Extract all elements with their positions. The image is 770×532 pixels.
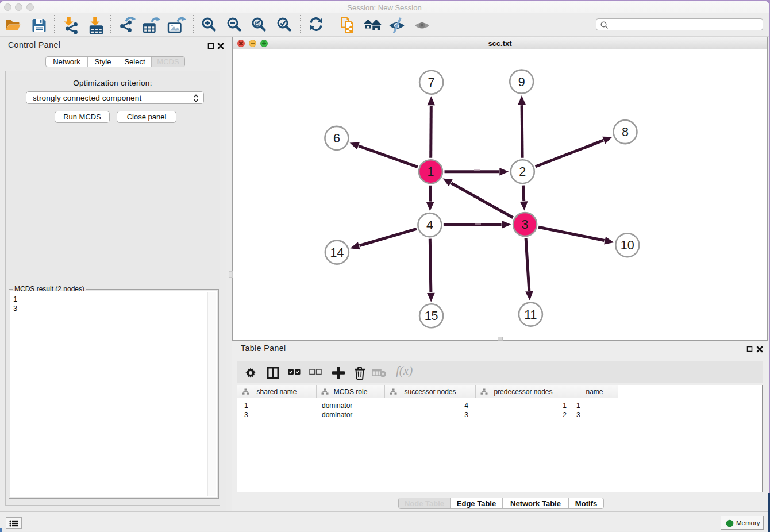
svg-text:8: 8 [622,125,629,139]
svg-text:6: 6 [333,132,340,145]
svg-text:2: 2 [519,165,526,179]
svg-text:14: 14 [330,246,344,260]
svg-text:1: 1 [428,165,434,179]
svg-text:15: 15 [425,309,438,323]
svg-text:11: 11 [524,308,537,322]
svg-text:3: 3 [522,218,529,232]
svg-text:10: 10 [621,238,634,252]
svg-text:7: 7 [428,76,435,90]
svg-text:9: 9 [518,75,525,89]
svg-text:4: 4 [426,218,433,232]
